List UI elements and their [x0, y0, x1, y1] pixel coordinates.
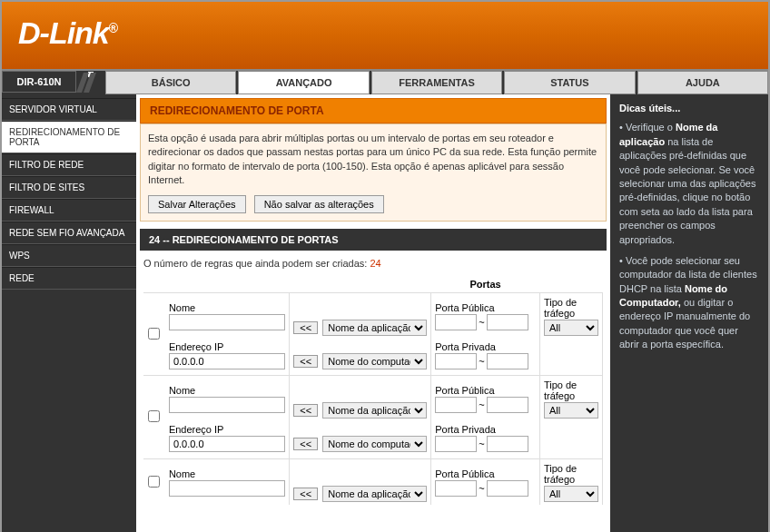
rules-table: Portas Nome <	[143, 276, 603, 505]
sidebar-item-wps[interactable]: WPS	[2, 244, 136, 267]
public-port-end[interactable]	[487, 480, 528, 497]
tips-panel: Dicas úteis... • Verifique o Nome da apl…	[610, 94, 768, 532]
sidebar-item-servidor-virtual[interactable]: SERVIDOR VIRTUAL	[2, 98, 136, 121]
app-select[interactable]: Nome da aplicação	[322, 402, 427, 419]
stripes-decoration	[76, 71, 104, 94]
brand-logo: D-Link®	[18, 15, 117, 51]
tab-ajuda[interactable]: AJUDA	[637, 71, 768, 94]
private-port-end[interactable]	[487, 436, 528, 452]
cancel-button[interactable]: Não salvar as alterações	[254, 195, 384, 213]
traffic-type-select[interactable]: All	[544, 402, 598, 419]
main-panel: REDIRECIONAMENTO DE PORTA Esta opção é u…	[136, 94, 610, 532]
enable-checkbox[interactable]	[148, 328, 160, 340]
public-port-start[interactable]	[435, 397, 477, 413]
tab-ferramentas[interactable]: FERRAMENTAS	[371, 71, 502, 94]
sidebar-item-filtro-rede[interactable]: FILTRO DE REDE	[2, 153, 136, 176]
app-select[interactable]: Nome da aplicação	[322, 486, 427, 502]
nav-bar: DIR-610N BÁSICO AVANÇADO FERRAMENTAS STA…	[2, 71, 768, 94]
section-title: REDIRECIONAMENTO DE PORTA	[140, 98, 607, 123]
ip-label: Endereço IP	[169, 424, 285, 435]
assign-computer-button[interactable]: <<	[293, 355, 318, 368]
name-input[interactable]	[169, 397, 285, 413]
save-button[interactable]: Salvar Alterações	[148, 195, 246, 213]
tab-avancado[interactable]: AVANÇADO	[238, 71, 369, 94]
assign-computer-button[interactable]: <<	[293, 438, 318, 450]
enable-checkbox[interactable]	[148, 410, 160, 422]
rules-remaining: O número de regras que ainda podem ser c…	[143, 258, 603, 269]
traffic-type-label: Tipo de tráfego	[544, 463, 598, 485]
assign-app-button[interactable]: <<	[293, 488, 318, 500]
model-label: DIR-610N	[2, 71, 76, 93]
private-port-end[interactable]	[487, 353, 528, 369]
header: D-Link®	[2, 2, 768, 71]
traffic-type-select[interactable]: All	[544, 486, 598, 502]
tab-status[interactable]: STATUS	[504, 71, 635, 94]
traffic-type-label: Tipo de tráfego	[544, 379, 598, 401]
tilde: ~	[479, 483, 484, 494]
assign-app-button[interactable]: <<	[293, 404, 318, 417]
ip-input[interactable]	[169, 436, 285, 452]
tilde: ~	[479, 317, 484, 328]
nav-tabs: BÁSICO AVANÇADO FERRAMENTAS STATUS AJUDA	[104, 71, 768, 94]
sidebar: SERVIDOR VIRTUAL REDIRECIONAMENTO DE POR…	[2, 94, 136, 532]
intro-text: Esta opção é usada para abrir múltiplas …	[148, 133, 597, 185]
public-port-end[interactable]	[487, 314, 528, 330]
public-port-start[interactable]	[435, 314, 477, 330]
app-select[interactable]: Nome da aplicação	[322, 320, 427, 336]
name-label: Nome	[169, 385, 285, 396]
public-port-end[interactable]	[487, 397, 528, 413]
intro-box: Esta opção é usada para abrir múltiplas …	[140, 123, 607, 222]
tab-basico[interactable]: BÁSICO	[105, 71, 236, 94]
traffic-type-select[interactable]: All	[544, 320, 598, 336]
tilde: ~	[479, 399, 484, 410]
ip-label: Endereço IP	[169, 341, 285, 352]
private-port-start[interactable]	[435, 436, 477, 452]
tips-title: Dicas úteis...	[619, 102, 759, 115]
traffic-type-label: Tipo de tráfego	[544, 297, 598, 319]
public-port-start[interactable]	[435, 480, 477, 497]
sidebar-item-filtro-sites[interactable]: FILTRO DE SITES	[2, 176, 136, 199]
public-port-label: Porta Pública	[435, 385, 536, 396]
sub-title: 24 -- REDIRECIONAMENTO DE PORTAS	[140, 229, 607, 251]
computer-select[interactable]: Nome do computado	[322, 353, 427, 369]
assign-app-button[interactable]: <<	[293, 321, 318, 334]
tilde: ~	[479, 356, 484, 367]
private-port-label: Porta Privada	[435, 424, 536, 435]
public-port-label: Porta Pública	[435, 302, 536, 313]
tilde: ~	[479, 438, 484, 449]
public-port-label: Porta Pública	[435, 468, 536, 479]
sidebar-item-firewall[interactable]: FIREWALL	[2, 199, 136, 222]
computer-select[interactable]: Nome do computado	[322, 436, 427, 452]
private-port-label: Porta Privada	[435, 341, 536, 352]
sidebar-item-rede[interactable]: REDE	[2, 267, 136, 290]
name-label: Nome	[169, 302, 285, 313]
sidebar-item-rede-sem-fio[interactable]: REDE SEM FIO AVANÇADA	[2, 222, 136, 244]
name-input[interactable]	[169, 314, 285, 330]
name-input[interactable]	[169, 480, 285, 497]
enable-checkbox[interactable]	[148, 476, 160, 488]
private-port-start[interactable]	[435, 353, 477, 369]
ip-input[interactable]	[169, 353, 285, 369]
sidebar-item-redirecionamento-porta[interactable]: REDIRECIONAMENTO DE PORTA	[2, 121, 136, 153]
name-label: Nome	[169, 468, 285, 479]
ports-header: Portas	[431, 276, 540, 293]
